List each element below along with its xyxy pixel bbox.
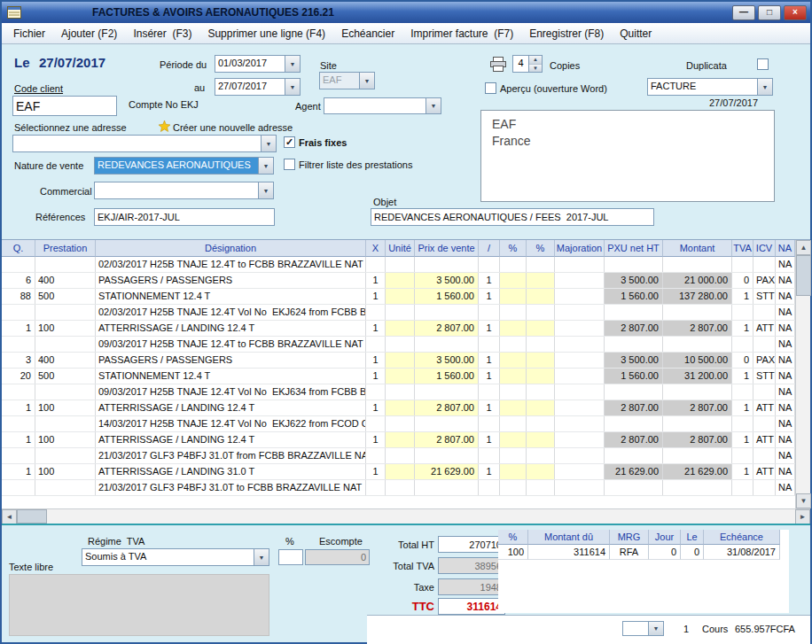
column-header-montant[interactable]: Montant xyxy=(663,240,732,257)
code-client-input[interactable] xyxy=(12,96,117,116)
grid-row-4[interactable]: 02/03/2017 H25B TNAJE 12.4T Vol No EKJ62… xyxy=(2,305,795,321)
menu-item-imprimer-facture[interactable]: Imprimer facture (F7) xyxy=(402,25,521,43)
horizontal-scroll-thumb[interactable] xyxy=(17,509,47,524)
menu-item-fichier[interactable]: Fichier xyxy=(5,25,53,43)
apercu-checkbox[interactable] xyxy=(485,82,496,94)
horizontal-scrollbar[interactable]: ◄ ► xyxy=(2,508,810,524)
taxe-input[interactable] xyxy=(438,578,505,595)
dropdown-arrow-icon[interactable]: ▼ xyxy=(757,79,772,95)
grid-row-6[interactable]: 09/03/2017 H25B TNAJE 12.4T to FCBB BRAZ… xyxy=(2,337,795,353)
currency-combobox[interactable]: ▼ xyxy=(622,621,664,636)
dropdown-arrow-icon[interactable]: ▼ xyxy=(285,56,300,72)
grid-row-7[interactable]: 3400PASSAGERS / PASSENGERS13 500.0013 50… xyxy=(2,353,795,369)
nature-combobox[interactable]: REDEVANCES AERONAUTIQUES ▼ xyxy=(94,157,274,175)
column-header-q[interactable]: Q. xyxy=(2,240,35,257)
create-address-link[interactable]: Créer une nouvelle adresse xyxy=(173,122,293,133)
grid-row-3[interactable]: 88500STATIONNEMENT 12.4 T11 560.0011 560… xyxy=(2,289,795,305)
total-ht-input[interactable] xyxy=(438,536,505,553)
title-bar[interactable]: FACTURES & AVOIRS AERONAUTIQUES 216.21 —… xyxy=(2,2,810,23)
commercial-combobox[interactable]: ▼ xyxy=(94,182,274,199)
dropdown-arrow-icon[interactable]: ▼ xyxy=(359,73,374,89)
dropdown-arrow-icon[interactable]: ▼ xyxy=(426,98,441,113)
scroll-left-button[interactable]: ◄ xyxy=(2,509,17,524)
column-header-prix[interactable]: Prix de vente xyxy=(415,240,479,257)
copies-spinner[interactable]: 4 ▲ ▼ xyxy=(512,55,543,73)
dropdown-arrow-icon[interactable]: ▼ xyxy=(285,79,300,95)
texte-libre-area[interactable] xyxy=(9,574,269,636)
grid-row-8[interactable]: 20500STATIONNEMENT 12.4 T11 560.0011 560… xyxy=(2,369,795,384)
column-header-prestation[interactable]: Prestation xyxy=(35,240,96,257)
grid-row-13[interactable]: 21/03/2017 GLF3 P4BFJ 31.0T from FCBB BR… xyxy=(2,448,795,464)
menu-item-supprimer-ligne[interactable]: Supprimer une ligne (F4) xyxy=(199,25,333,43)
menu-item-echeancier[interactable]: Echéancier xyxy=(333,25,402,43)
dropdown-arrow-icon[interactable]: ▼ xyxy=(258,182,273,198)
schedule-row[interactable]: 100311614RFA0031/08/2017 xyxy=(498,545,789,560)
total-tva-label: Total TVA xyxy=(374,561,434,571)
grid-row-9[interactable]: 09/03/2017 H25B TNAJE 12.4T Vol No EKJ63… xyxy=(2,384,795,400)
column-header-pct1[interactable]: % xyxy=(500,240,527,257)
dropdown-arrow-icon[interactable]: ▼ xyxy=(648,622,663,635)
filtrer-checkbox[interactable] xyxy=(284,159,295,170)
column-header-icv[interactable]: ICV xyxy=(753,240,776,257)
column-header-slash[interactable]: / xyxy=(479,240,500,257)
duplicata-checkbox[interactable] xyxy=(757,58,769,70)
column-header-na[interactable]: NA xyxy=(776,240,795,257)
total-tva-input[interactable] xyxy=(438,557,505,574)
cell-unite xyxy=(386,448,415,463)
close-button[interactable]: × xyxy=(784,5,807,20)
references-input[interactable] xyxy=(94,208,275,226)
menu-item-ajouter[interactable]: Ajouter (F2) xyxy=(53,25,125,43)
grid-row-14[interactable]: 1100ATTERRISSAGE / LANDING 31.0 T121 629… xyxy=(2,464,795,480)
frais-fixes-checkbox[interactable]: ✓ xyxy=(284,136,295,148)
cell-unite xyxy=(386,337,415,352)
address-line-1: EAF xyxy=(492,116,763,133)
periode-au-combobox[interactable]: 27/07/2017 ▼ xyxy=(215,78,301,96)
column-header-pct2[interactable]: % xyxy=(527,240,555,257)
spinner-up-icon[interactable]: ▲ xyxy=(529,56,542,65)
vertical-scroll-thumb[interactable] xyxy=(796,255,811,296)
column-header-unite[interactable]: Unité xyxy=(386,240,415,257)
menu-item-quitter[interactable]: Quitter xyxy=(612,25,660,43)
grid-row-11[interactable]: 14/03/2017 H25B TNAJE 12.4T Vol No EKJ62… xyxy=(2,416,795,432)
spinner-down-icon[interactable]: ▼ xyxy=(529,65,542,73)
cell-tva: 1 xyxy=(732,369,753,384)
grid-row-10[interactable]: 1100ATTERRISSAGE / LANDING 12.4 T12 807.… xyxy=(2,400,795,416)
pct-input[interactable] xyxy=(278,549,303,565)
minimize-button[interactable]: — xyxy=(732,5,755,20)
menu-item-inserer[interactable]: Insérer (F3) xyxy=(125,25,199,43)
column-header-designation[interactable]: Désignation xyxy=(96,240,366,257)
maximize-button[interactable]: □ xyxy=(758,5,781,20)
column-header-majoration[interactable]: Majoration xyxy=(555,240,605,257)
grid-row-12[interactable]: 1100ATTERRISSAGE / LANDING 12.4 T12 807.… xyxy=(2,432,795,448)
scroll-down-button[interactable]: ▼ xyxy=(796,493,811,508)
cell-prix: 3 500.00 xyxy=(415,353,479,368)
column-header-tva[interactable]: TVA xyxy=(732,240,753,257)
cell-q: 6 xyxy=(2,273,35,288)
site-combobox[interactable]: EAF ▼ xyxy=(319,72,375,89)
vertical-scrollbar[interactable]: ▲ ▼ xyxy=(795,240,810,508)
schedule-cell-echeance: 31/08/2017 xyxy=(704,545,780,560)
menu-item-enregistrer[interactable]: Enregistrer (F8) xyxy=(521,25,612,43)
objet-input[interactable] xyxy=(371,208,654,226)
grid-row-2[interactable]: 6400PASSAGERS / PASSENGERS13 500.0013 50… xyxy=(2,273,795,289)
doc-type-combobox[interactable]: FACTURE ▼ xyxy=(647,78,773,96)
dropdown-arrow-icon[interactable]: ▼ xyxy=(254,549,269,565)
grid-row-1[interactable]: 02/03/2017 H25B TNAJE 12.4T to FCBB BRAZ… xyxy=(2,257,795,273)
ttc-input[interactable] xyxy=(438,598,505,615)
escompte-input[interactable] xyxy=(305,549,370,565)
grid-row-5[interactable]: 1100ATTERRISSAGE / LANDING 12.4 T12 807.… xyxy=(2,321,795,337)
window-title: FACTURES & AVOIRS AERONAUTIQUES 216.21 xyxy=(92,6,334,19)
address-combobox[interactable]: ▼ xyxy=(12,135,277,152)
periode-du-combobox[interactable]: 01/03/2017 ▼ xyxy=(215,55,301,73)
scroll-right-button[interactable]: ► xyxy=(795,509,810,524)
agent-combobox[interactable]: ▼ xyxy=(324,97,441,114)
column-header-pxu[interactable]: PXU net HT xyxy=(605,240,663,257)
dropdown-arrow-icon[interactable]: ▼ xyxy=(258,158,273,174)
grid-row-15[interactable]: 21/03/2017 GLF3 P4BFJ 31.0T to FCBB BRAZ… xyxy=(2,480,795,496)
cell-pct1 xyxy=(500,432,527,447)
client-address-box[interactable]: EAF France xyxy=(480,110,775,202)
scroll-up-button[interactable]: ▲ xyxy=(796,240,811,255)
column-header-x[interactable]: X xyxy=(366,240,386,257)
dropdown-arrow-icon[interactable]: ▼ xyxy=(261,136,276,151)
regime-tva-combobox[interactable]: Soumis à TVA ▼ xyxy=(82,548,269,566)
